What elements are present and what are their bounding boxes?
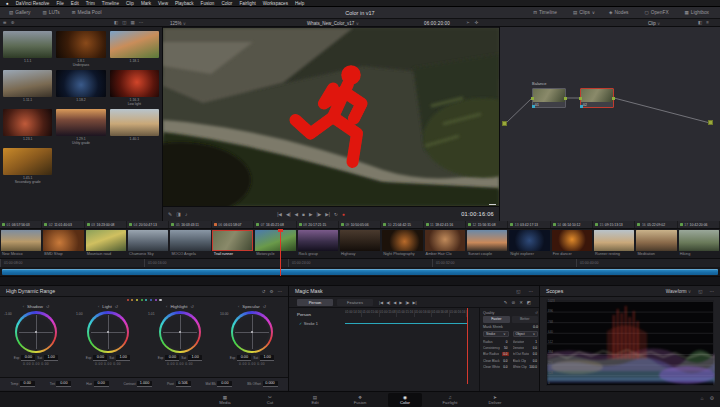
param-value[interactable]: 50 — [503, 346, 508, 350]
apple-menu-icon[interactable]: ● — [6, 1, 9, 6]
grid-view-icon[interactable]: ▦ — [131, 20, 135, 25]
section-reset-icon[interactable]: ↺ — [535, 311, 538, 315]
saturation-value[interactable]: 1.00 — [116, 355, 130, 361]
param-value[interactable]: 0.00 — [56, 381, 71, 387]
exposure-value[interactable]: 0.00 — [93, 355, 107, 361]
menu-item[interactable]: Fusion — [201, 1, 215, 6]
output-dropdown[interactable]: Object∨ — [513, 331, 539, 337]
toolbar-left-button[interactable]: ▥ LUTs — [38, 8, 63, 17]
playhead[interactable] — [280, 229, 281, 276]
param-value[interactable]: 0.0 — [532, 359, 538, 363]
project-settings-icon[interactable]: ⚙ — [710, 395, 714, 401]
play-button[interactable]: ▶ — [309, 212, 313, 217]
param-value[interactable]: 0.506 — [176, 381, 191, 387]
gallery-still[interactable]: 1.16.3 Low light — [110, 70, 159, 106]
clip-timecode-chip[interactable]: 01 06:57:56:03 — [0, 221, 42, 228]
timeline-clip[interactable]: Chamonix Sky — [127, 229, 169, 258]
param-value[interactable]: 0 — [505, 340, 509, 344]
timeline-selector[interactable]: Whats_New_Color_v17 ∨ — [258, 21, 408, 26]
color-wheel[interactable] — [159, 311, 201, 353]
saturation-value[interactable]: 1.00 — [188, 355, 202, 361]
clip-thumbnail[interactable] — [1, 230, 41, 251]
audio-icon[interactable]: ♪ — [185, 211, 188, 217]
still-thumbnail[interactable] — [110, 109, 159, 136]
clip-thumbnail[interactable] — [425, 230, 465, 251]
menu-item[interactable]: Workspaces — [263, 1, 288, 6]
clip-timecode-chip[interactable]: 17 10:42:20:06 — [678, 221, 720, 228]
timeline-clip[interactable]: Runner resting — [593, 229, 635, 258]
track-back-one-button[interactable]: ◀| — [386, 300, 390, 305]
gallery-still[interactable]: 1.1.1 — [3, 31, 52, 67]
menu-item[interactable]: Mark — [141, 1, 151, 6]
zone-dot[interactable] — [155, 299, 157, 301]
timeline-mini-ruler[interactable]: 01:00:08:0001:00:16:0001:00:24:0001:00:3… — [0, 258, 720, 267]
waveform-scope[interactable] — [546, 300, 714, 386]
clip-timecode-chip[interactable]: 11 18:42:41:16 — [424, 221, 466, 228]
play-reverse-button[interactable]: ◀ — [295, 212, 299, 217]
zone-dot[interactable] — [145, 299, 147, 301]
source-input-square[interactable] — [502, 121, 507, 126]
timeline-scroll-strip[interactable] — [0, 267, 720, 276]
timeline-clip[interactable]: Highway — [339, 229, 381, 258]
stop-button[interactable]: ■ — [302, 212, 305, 217]
timeline-clip[interactable]: New Mexico — [0, 229, 42, 258]
zone-prev-icon[interactable]: ‹ — [238, 304, 239, 309]
corrector-node-01[interactable]: 01 — [532, 88, 566, 108]
zone-falloff-value[interactable]: 10.00 — [220, 312, 229, 316]
gallery-still[interactable]: 1.40.1 — [110, 109, 159, 145]
param-value[interactable]: 1 — [534, 340, 538, 344]
zone-prev-icon[interactable]: ‹ — [166, 304, 167, 309]
timeline-clip[interactable]: Night Photography — [381, 229, 423, 258]
next-clip-button[interactable]: ▶| — [325, 212, 330, 217]
saturation-value[interactable]: 1.00 — [44, 355, 58, 361]
clip-timecode-chip[interactable]: 02 11:01:40:03 — [42, 221, 84, 228]
clip-timecode-chip[interactable]: 14 06:14:10:12 — [551, 221, 593, 228]
more-icon[interactable]: ⋯ — [529, 289, 534, 294]
clip-thumbnail[interactable] — [170, 230, 210, 251]
node-output-square[interactable] — [708, 120, 713, 125]
clip-thumbnail[interactable] — [382, 230, 422, 251]
exposure-value[interactable]: 0.00 — [165, 355, 179, 361]
project-manager-icon[interactable]: ⌂ — [700, 395, 703, 401]
zone-dot[interactable] — [131, 299, 133, 301]
timeline-clip[interactable]: Fire dancer — [551, 229, 593, 258]
page-button[interactable]: ♫ Fairlight — [433, 393, 467, 407]
page-button[interactable]: ➤ Deliver — [478, 393, 512, 407]
zone-dot[interactable] — [141, 299, 143, 301]
page-button[interactable]: ▦ Media — [208, 393, 242, 407]
zone-falloff-value[interactable]: -1.00 — [4, 312, 12, 316]
stills-list-icon[interactable]: ≣ — [3, 20, 7, 25]
loop-button[interactable]: ↻ — [334, 212, 338, 217]
still-thumbnail[interactable] — [3, 148, 52, 175]
quality-better-button[interactable]: Better — [512, 316, 539, 323]
clip-timecode-chip[interactable]: 04 20:50:47:13 — [127, 221, 169, 228]
more-icon[interactable]: ⋯ — [710, 289, 715, 294]
mask-stroke-item[interactable]: ✓Stroke 1 — [299, 321, 318, 326]
menu-item[interactable]: Timeline — [102, 1, 119, 6]
param-value[interactable]: 1.000 — [137, 381, 152, 387]
clip-thumbnail[interactable] — [298, 230, 338, 251]
toolbar-left-button[interactable]: ▧ Gallery — [5, 8, 34, 17]
mask-shrink-value[interactable]: 0.0 — [533, 325, 538, 329]
clip-timecode-chip[interactable]: 05 16:03:43:11 — [169, 221, 211, 228]
param-value[interactable]: 0.0 — [502, 365, 508, 369]
split-view-icon[interactable]: ◫ — [122, 20, 126, 25]
viewer-scrub-position[interactable] — [489, 204, 496, 205]
menu-item[interactable]: Help — [295, 1, 304, 6]
step-back-button[interactable]: ◀| — [286, 212, 291, 217]
param-value[interactable]: 0.0 — [532, 346, 538, 350]
palette-settings-icon[interactable]: ⚙ — [269, 289, 273, 294]
node-menu-icon[interactable]: ≡ — [706, 20, 709, 25]
scope-mode-dropdown[interactable]: Waveform ∨ — [666, 289, 691, 294]
clip-timecode-chip[interactable]: 16 05:22:09:02 — [635, 221, 677, 228]
track-to-end-button[interactable]: ▶| — [413, 300, 417, 305]
gallery-still[interactable]: 1.11.1 — [3, 70, 52, 106]
page-button[interactable]: ▤ Edit — [298, 393, 332, 407]
menu-item[interactable]: Trim — [86, 1, 95, 6]
timeline-clip[interactable]: Mountain road — [85, 229, 127, 258]
gallery-still[interactable]: 1.18.2 — [56, 70, 105, 106]
zone-falloff-value[interactable]: 1.00 — [76, 312, 83, 316]
wipe-mode-icon[interactable]: ◧ — [114, 20, 118, 25]
pan-hand-icon[interactable]: ✜ — [475, 20, 479, 25]
gallery-still[interactable]: 1.8.1 Underpass — [56, 31, 105, 67]
